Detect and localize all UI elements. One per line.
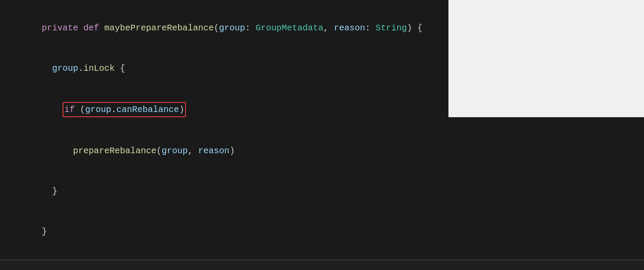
- code-line-1: private def maybePrepareRebalance(group:…: [0, 8, 644, 48]
- bottom-line-1: def canRebalance: Boolean = GroupMetadat…: [0, 267, 644, 270]
- code-panel: private def maybePrepareRebalance(group:…: [0, 0, 644, 270]
- code-line-2: group.inLock {: [0, 48, 644, 89]
- bottom-code-section: def canRebalance: Boolean = GroupMetadat…: [0, 260, 644, 270]
- function-name: maybePrepareRebalance: [104, 23, 214, 33]
- highlight-box: if (group.canRebalance): [63, 102, 186, 117]
- code-line-6: }: [0, 211, 644, 252]
- top-code-section: private def maybePrepareRebalance(group:…: [0, 0, 644, 260]
- keyword-private: private: [42, 23, 83, 33]
- code-line-3-highlighted: if (group.canRebalance): [0, 89, 644, 131]
- code-line-4: prepareRebalance(group, reason): [0, 131, 644, 171]
- code-line-5: }: [0, 171, 644, 211]
- keyword-def: def: [83, 23, 104, 33]
